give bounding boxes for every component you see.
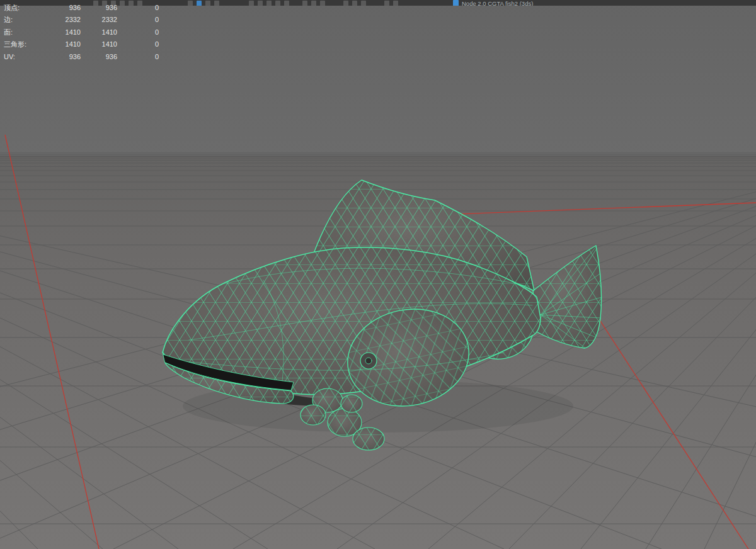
toolbar-icon[interactable]: [275, 1, 280, 6]
hud-label: 边:: [4, 14, 53, 26]
toolbar-icon[interactable]: [393, 1, 398, 6]
hud-value-total: 936: [53, 51, 81, 63]
hud-label: 顶点:: [4, 2, 53, 14]
toolbar-icon[interactable]: [258, 1, 263, 6]
hud-label: UV:: [4, 51, 53, 63]
toolbar-icon[interactable]: [320, 1, 325, 6]
hud-value-selected: 0: [117, 38, 159, 50]
toolbar-icon[interactable]: [188, 1, 193, 6]
fish-eye: [360, 353, 377, 369]
scene-title: Node 2.0 CGTA fish2 (3ds): [462, 0, 533, 6]
toolbar-group-select: [188, 1, 219, 6]
app-window: Node 2.0 CGTA fish2 (3ds) 顶点: 936 936 0 …: [0, 0, 756, 549]
hud-value-object: 2332: [81, 14, 117, 26]
hud-row-triangles: 三角形: 1410 1410 0: [4, 38, 159, 50]
hud-row-uv: UV: 936 936 0: [4, 51, 159, 63]
toolbar-icon[interactable]: [284, 1, 289, 6]
toolbar-group-snap: [302, 1, 325, 6]
hud-label: 面:: [4, 26, 53, 38]
hud-value-object: 936: [81, 51, 117, 63]
hud-value-object: 936: [81, 2, 117, 14]
node-cube-icon: [453, 0, 459, 6]
hud-value-total: 2332: [53, 14, 81, 26]
hud-value-selected: 0: [117, 51, 159, 63]
toolbar-icon[interactable]: [384, 1, 389, 6]
toolbar-icon[interactable]: [302, 1, 307, 6]
hud-row-vertices: 顶点: 936 936 0: [4, 2, 159, 14]
toolbar-icon[interactable]: [343, 1, 348, 6]
viewport-canvas[interactable]: [0, 0, 756, 549]
hud-value-total: 1410: [53, 26, 81, 38]
poly-count-hud: 顶点: 936 936 0 边: 2332 2332 0 面: 1410 141…: [4, 2, 159, 63]
scene-title-block: Node 2.0 CGTA fish2 (3ds): [453, 0, 533, 6]
hud-value-total: 1410: [53, 38, 81, 50]
hud-value-object: 1410: [81, 26, 117, 38]
hud-value-total: 936: [53, 2, 81, 14]
toolbar-icon[interactable]: [361, 1, 366, 6]
toolbar-icon[interactable]: [352, 1, 357, 6]
toolbar-icon[interactable]: [249, 1, 254, 6]
toolbar-icon[interactable]: [214, 1, 219, 6]
hud-row-edges: 边: 2332 2332 0: [4, 14, 159, 26]
hud-value-selected: 0: [117, 2, 159, 14]
hud-row-faces: 面: 1410 1410 0: [4, 26, 159, 38]
toolbar-group-render: [384, 1, 398, 6]
toolbar-icon[interactable]: [266, 1, 272, 6]
hud-value-selected: 0: [117, 14, 159, 26]
toolbar-group-display: [343, 1, 366, 6]
toolbar-icon[interactable]: [311, 1, 316, 6]
hud-value-selected: 0: [117, 26, 159, 38]
toolbar-group-transform: [249, 1, 289, 6]
hud-value-object: 1410: [81, 38, 117, 50]
toolbar-icon-active[interactable]: [197, 1, 202, 6]
hud-label: 三角形:: [4, 38, 53, 50]
toolbar-icon[interactable]: [205, 1, 210, 6]
